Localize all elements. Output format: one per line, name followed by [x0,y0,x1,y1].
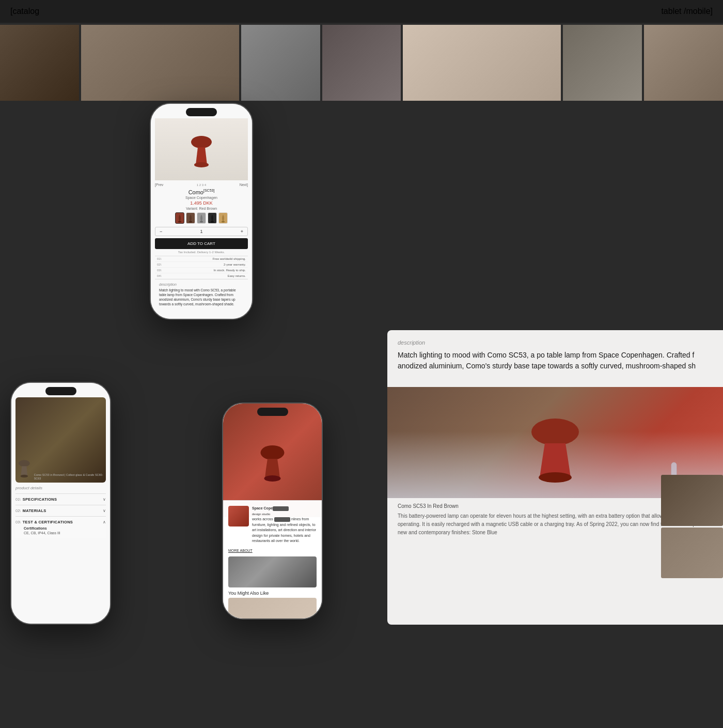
phone-center: [Prev 1 2 3 4 Next] Como[SC53] Space Cop… [150,103,253,320]
strip-image-7[interactable] [644,25,723,101]
pagination-nav: [Prev 1 2 3 4 Next] [155,183,248,187]
feature-text-1: Free worldwild shipping. [213,257,246,260]
chevron-down-icon-2: ∨ [103,508,106,513]
feature-3: 03\ In stock. Ready to ship. [155,268,248,273]
feature-text-4: Easy returns. [228,274,246,277]
strip-image-2[interactable] [81,25,239,101]
product-variant: Variant: Red Brown [155,207,248,210]
accordion-certifications-content: Certifications CE, CB, IP44, Class III [15,526,106,535]
popup-brand-name: Space CopeXXXXX design studio works acro… [252,506,316,544]
qty-value: 1 [200,229,202,234]
svg-point-5 [211,221,214,222]
phone-left-screen: Como SC53 in Bronzed | Collect glass & C… [11,383,110,624]
phone-left: Como SC53 in Bronzed | Collect glass & C… [10,382,111,625]
you-might-also-like: You Might Also Like [228,591,317,596]
accordion-title-1: SPECIFICATIONS [23,497,57,502]
chevron-down-icon-1: ∨ [103,497,106,502]
accordion-materials: 02\ MATERIALS ∨ [15,505,106,516]
tax-note: Tax Included. Delivery 1-2 Weeks. [155,251,248,254]
feature-num-1: 01\ [157,257,161,260]
strip-image-4[interactable] [322,25,401,101]
feature-num-2: 02\ [157,263,161,266]
brand-photo [228,556,317,587]
swatch-5[interactable] [218,212,228,224]
view-mode-label[interactable]: tablet /mobile] [661,7,713,16]
certifications-title: Certifications [24,526,106,530]
brand-popup: Space CopeXXXXX design studio works acro… [223,500,322,618]
qty-plus[interactable]: + [241,229,243,234]
image-strip [0,23,723,103]
swatch-2[interactable] [186,212,195,224]
left-lamp-illustration [18,455,31,481]
swatch-1[interactable] [175,212,184,224]
swatch-3[interactable] [197,212,206,224]
svg-point-3 [189,221,192,222]
svg-point-7 [19,460,30,467]
chevron-up-icon-3: ∧ [103,520,106,524]
thumb-2 [661,528,723,579]
svg-point-2 [178,221,181,222]
right-desc-text: Match lighting to mood with Como SC53, a… [398,350,713,371]
more-about-link[interactable]: MORE ABOUT [228,549,317,552]
strip-image-5[interactable] [403,25,561,101]
quantity-control: − 1 + [155,227,248,236]
right-description-panel: description Match lighting to mood with … [387,330,723,625]
description-section: description Match lighting to mood with … [155,279,248,309]
right-panel-inner: description Match lighting to mood with … [387,330,723,387]
phone-middle-screen: Como SC53 in Red Brown Space CopeXXXXX d… [223,404,322,618]
middle-lamp-svg [258,436,287,485]
strip-image-6[interactable] [563,25,642,101]
color-swatches [155,212,248,224]
accordion-certifications-header[interactable]: 03\ TEST & CERTIFICATIONS ∧ [15,520,106,524]
accordion-materials-header[interactable]: 02\ MATERIALS ∨ [15,508,106,513]
accordion-specifications-header[interactable]: 01\ SPECIFICATIONS ∨ [15,497,106,502]
svg-point-11 [531,419,579,445]
svg-point-10 [264,475,281,482]
accordion-certifications: 03\ TEST & CERTIFICATIONS ∧ Certificatio… [15,516,106,538]
right-thumbnails [661,475,723,578]
left-product-image: Como SC53 in Bronzed | Collect glass & C… [15,397,106,483]
accordion-num-1: 01\ [15,498,21,501]
feature-4: 04\ Easy returns. [155,273,248,279]
product-name: Como[SC53] [155,189,248,195]
add-to-cart-button[interactable]: ADD TO CART [155,238,248,249]
feature-text-3: In stock. Ready to ship. [214,269,246,272]
next-link[interactable]: Next] [240,183,248,187]
main-content: [Prev 1 2 3 4 Next] Como[SC53] Space Cop… [0,103,723,728]
svg-point-1 [194,162,209,167]
accordion-specifications: 01\ SPECIFICATIONS ∨ [15,493,106,505]
strip-image-3[interactable] [241,25,320,101]
popup-thumb [228,506,249,526]
accordion-num-2: 02\ [15,509,21,513]
accordion-num-3: 03\ [15,520,21,524]
prev-link[interactable]: [Prev [155,183,163,187]
phone-middle-notch [257,408,288,416]
product-hero-image [155,118,248,180]
svg-point-4 [200,221,203,222]
swatch-4[interactable] [208,212,217,224]
phone-middle: Como SC53 in Red Brown Space CopeXXXXX d… [222,402,323,619]
feature-list: 01\ Free worldwild shipping. 02\ 2-year … [155,256,248,279]
product-price: 1.495 DKK [155,200,248,206]
accordion-title-2: MATERIALS [23,508,46,513]
description-text: Match lighting to mood with Como SC53, a… [159,288,244,306]
recommendation-image [228,598,317,618]
right-lamp-svg [524,405,586,488]
qty-minus[interactable]: − [160,229,162,234]
strip-image-1[interactable] [0,25,79,101]
feature-text-2: 2-year warranty. [224,263,246,266]
right-desc-label: description [398,339,713,346]
product-details-header: product details [15,486,106,490]
catalog-label[interactable]: [catalog [10,7,39,16]
certifications-text: CE, CB, IP44, Class III [24,531,106,535]
svg-point-8 [21,475,28,478]
product-screen: [Prev 1 2 3 4 Next] Como[SC53] Space Cop… [151,104,252,314]
product-image-caption: Como SC53 in Bronzed | Collect glass & C… [34,473,104,481]
thumb-1 [661,475,723,526]
lamp-illustration [190,128,213,172]
feature-num-4: 04\ [157,274,161,277]
feature-1: 01\ Free worldwild shipping. [155,256,248,262]
feature-2: 02\ 2-year warranty. [155,262,248,268]
phone-notch [186,108,217,116]
phone-center-screen: [Prev 1 2 3 4 Next] Como[SC53] Space Cop… [151,104,252,319]
